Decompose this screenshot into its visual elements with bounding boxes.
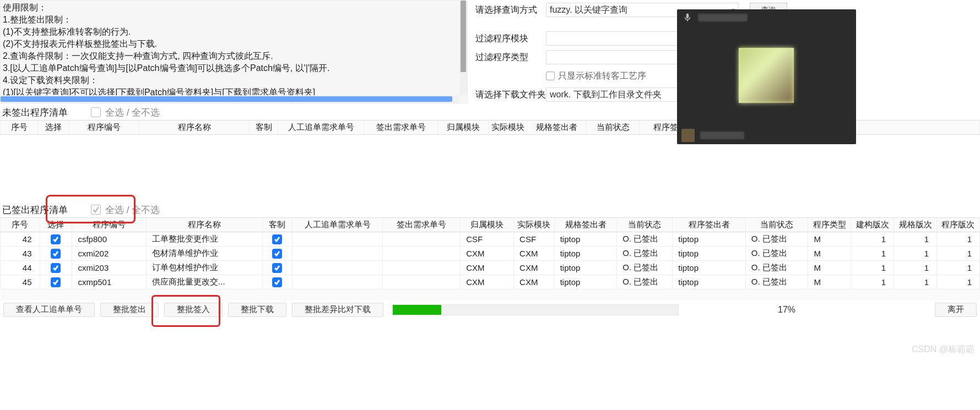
col-status[interactable]: 当前状态 bbox=[617, 218, 673, 232]
cell-select[interactable] bbox=[40, 232, 72, 247]
checked-programs-table: 序号 选择 程序编号 程序名称 客制 人工追单需求单号 签出需求单号 归属模块 … bbox=[0, 217, 980, 300]
cell-mtrack bbox=[293, 261, 383, 275]
cell-select[interactable] bbox=[40, 247, 72, 261]
vertical-scrollbar[interactable] bbox=[459, 1, 467, 95]
col-seq[interactable]: 序号 bbox=[1, 218, 40, 232]
col-manual-track[interactable]: 人工追单需求单号 bbox=[278, 121, 364, 135]
col-select[interactable]: 选择 bbox=[40, 218, 72, 232]
download-folder-select[interactable]: work. 下载到工作目录文件夹 bbox=[546, 88, 689, 102]
cell-st2: O. 已签出 bbox=[745, 275, 808, 289]
cell-ptype: M bbox=[808, 247, 851, 261]
row-checkbox[interactable] bbox=[51, 277, 61, 287]
module-filter-label: 过滤程序模块 bbox=[475, 33, 546, 45]
horizontal-scrollbar[interactable] bbox=[1, 95, 459, 103]
microphone-icon bbox=[683, 13, 692, 23]
rules-line: 4.设定下载资料夹限制： bbox=[3, 74, 467, 86]
cell-custom[interactable] bbox=[262, 275, 293, 289]
row-checkbox[interactable] bbox=[51, 234, 61, 244]
col-prog-type[interactable]: 程序类型 bbox=[808, 218, 851, 232]
cell-st2: O. 已签出 bbox=[745, 261, 808, 275]
cell-select[interactable] bbox=[40, 275, 72, 289]
cell-st2: O. 已签出 bbox=[745, 232, 808, 247]
cell-pv: 1 bbox=[936, 247, 979, 261]
col-checkout-req[interactable]: 签出需求单号 bbox=[364, 121, 438, 135]
row-checkbox[interactable] bbox=[51, 263, 61, 273]
query-mode-value: fuzzy. 以关键字查询 bbox=[550, 4, 627, 16]
col-status2[interactable]: 当前状态 bbox=[745, 218, 808, 232]
cell-ss: tiptop bbox=[554, 275, 617, 289]
view-track-button[interactable]: 查看人工追单单号 bbox=[3, 303, 95, 317]
cell-code: csfp800 bbox=[72, 232, 147, 247]
select-all-checkbox-top[interactable] bbox=[91, 107, 101, 117]
row-checkbox[interactable] bbox=[272, 249, 282, 259]
col-custom[interactable]: 客制 bbox=[250, 121, 278, 135]
blurred-small-avatar bbox=[681, 129, 695, 142]
col-program-code[interactable]: 程序编号 bbox=[72, 218, 147, 232]
col-spec-signer[interactable]: 规格签出者 bbox=[527, 121, 587, 135]
rules-line: 使用限制： bbox=[3, 2, 467, 14]
col-program-code[interactable]: 程序编号 bbox=[69, 121, 139, 135]
cell-custom[interactable] bbox=[262, 261, 293, 275]
progress-bar bbox=[392, 304, 679, 315]
col-belong-module[interactable]: 归属模块 bbox=[461, 218, 514, 232]
std-only-checkbox[interactable] bbox=[546, 72, 555, 80]
col-checkout-req[interactable]: 签出需求单号 bbox=[383, 218, 461, 232]
cell-om: CXM bbox=[461, 247, 514, 261]
select-all-checkbox-bottom[interactable] bbox=[91, 205, 101, 215]
cell-sv: 1 bbox=[894, 247, 937, 261]
cell-select[interactable] bbox=[40, 261, 72, 275]
col-belong-module[interactable]: 归属模块 bbox=[438, 121, 489, 135]
cell-am: CXM bbox=[514, 261, 555, 275]
cell-name: 订单包材维护作业 bbox=[147, 261, 262, 275]
rules-line: (1)[以关键字查询]不可以选择[下载到Patch编号资料夹]与[下载到需求单号… bbox=[3, 86, 467, 95]
col-actual-module[interactable]: 实际模块 bbox=[489, 121, 527, 135]
rules-line: (2)不支持报表元件样板整批签出与下载. bbox=[3, 38, 467, 50]
query-mode-label: 请选择查询方式 bbox=[475, 4, 546, 16]
col-prog-signer[interactable]: 程序签出者 bbox=[673, 218, 746, 232]
blurred-text bbox=[698, 14, 748, 21]
table-row[interactable]: 42csfp800工单整批变更作业CSFCSFtiptopO. 已签出tipto… bbox=[1, 232, 980, 247]
col-status[interactable]: 当前状态 bbox=[587, 121, 640, 135]
batch-checkout-button[interactable]: 整批签出 bbox=[100, 303, 159, 317]
row-checkbox[interactable] bbox=[272, 277, 282, 287]
col-prog-ver[interactable]: 程序版次 bbox=[936, 218, 979, 232]
row-checkbox[interactable] bbox=[272, 263, 282, 273]
cell-ss: tiptop bbox=[554, 232, 617, 247]
unchecked-list-title: 未签出程序清单 bbox=[2, 106, 68, 119]
select-all-label: 全选 / 全不选 bbox=[105, 204, 160, 216]
col-select[interactable]: 选择 bbox=[38, 121, 69, 135]
blurred-avatar bbox=[739, 48, 794, 103]
cell-coreq bbox=[383, 261, 461, 275]
cell-name: 工单整批变更作业 bbox=[147, 232, 262, 247]
col-program-name[interactable]: 程序名称 bbox=[139, 121, 250, 135]
batch-download-button[interactable]: 整批下载 bbox=[228, 303, 286, 317]
cell-bv: 1 bbox=[851, 232, 894, 247]
col-spec-ver[interactable]: 规格版次 bbox=[894, 218, 937, 232]
checked-list-title: 已签出程序清单 bbox=[2, 204, 68, 216]
col-seq[interactable]: 序号 bbox=[1, 121, 38, 135]
col-actual-module[interactable]: 实际模块 bbox=[514, 218, 555, 232]
table-row[interactable]: 45cxmp501供应商批量更改交...CXMCXMtiptopO. 已签出ti… bbox=[1, 275, 980, 289]
cell-custom[interactable] bbox=[262, 247, 293, 261]
cell-am: CSF bbox=[514, 232, 555, 247]
row-checkbox[interactable] bbox=[272, 234, 282, 244]
rules-line: (1)不支持整批标准转客制的行为. bbox=[3, 26, 467, 38]
table-row[interactable]: 43cxmi202包材清单维护作业CXMCXMtiptopO. 已签出tipto… bbox=[1, 247, 980, 261]
cell-custom[interactable] bbox=[262, 232, 293, 247]
batch-checkin-button[interactable]: 整批签入 bbox=[164, 303, 223, 317]
cell-mtrack bbox=[293, 275, 383, 289]
col-spec-signer[interactable]: 规格签出者 bbox=[554, 218, 617, 232]
table-row[interactable]: 44cxmi203订单包材维护作业CXMCXMtiptopO. 已签出tipto… bbox=[1, 261, 980, 275]
cell-bv: 1 bbox=[851, 261, 894, 275]
exit-button[interactable]: 离开 bbox=[935, 303, 977, 317]
cell-coreq bbox=[383, 232, 461, 247]
batch-diff-download-button[interactable]: 整批差异比对下载 bbox=[292, 303, 383, 317]
col-custom[interactable]: 客制 bbox=[262, 218, 293, 232]
row-checkbox[interactable] bbox=[51, 249, 61, 259]
col-program-name[interactable]: 程序名称 bbox=[147, 218, 262, 232]
cell-coreq bbox=[383, 275, 461, 289]
cell-am: CXM bbox=[514, 247, 555, 261]
col-build-ver[interactable]: 建构版次 bbox=[851, 218, 894, 232]
col-manual-track[interactable]: 人工追单需求单号 bbox=[293, 218, 383, 232]
cell-name: 供应商批量更改交... bbox=[147, 275, 262, 289]
